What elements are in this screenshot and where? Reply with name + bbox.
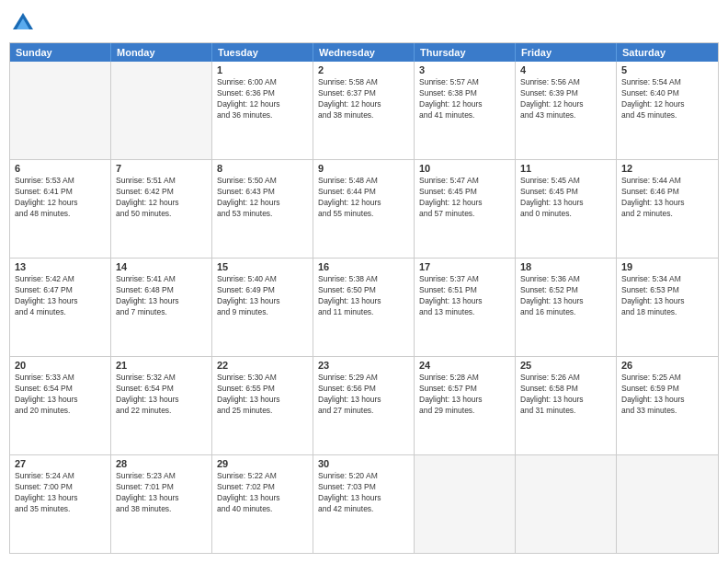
day-cell-25: 25Sunrise: 5:26 AMSunset: 6:58 PMDayligh… <box>516 357 617 454</box>
cell-info-line: Sunset: 6:48 PM <box>116 285 207 296</box>
cell-info-line: and 4 minutes. <box>15 307 106 318</box>
day-cell-9: 9Sunrise: 5:48 AMSunset: 6:44 PMDaylight… <box>313 160 415 258</box>
weekday-header-sunday: Sunday <box>10 43 111 62</box>
day-cell-1: 1Sunrise: 6:00 AMSunset: 6:36 PMDaylight… <box>212 62 313 159</box>
cell-info-line: and 20 minutes. <box>15 406 106 417</box>
day-number: 3 <box>419 64 510 75</box>
cell-info-line: Daylight: 13 hours <box>15 493 106 504</box>
cell-info-line: Daylight: 12 hours <box>419 198 510 209</box>
cell-info-line: Sunset: 6:40 PM <box>621 88 713 99</box>
day-cell-2: 2Sunrise: 5:58 AMSunset: 6:37 PMDaylight… <box>313 62 415 159</box>
day-cell-15: 15Sunrise: 5:40 AMSunset: 6:49 PMDayligh… <box>212 259 313 356</box>
cell-info-line: and 0 minutes. <box>520 209 611 220</box>
cell-info-line: Sunrise: 5:23 AM <box>116 471 207 482</box>
cell-info-line: Sunrise: 5:34 AM <box>621 274 713 285</box>
calendar-body: 1Sunrise: 6:00 AMSunset: 6:36 PMDaylight… <box>10 62 718 553</box>
day-number: 15 <box>217 261 308 272</box>
cell-info-line: Sunrise: 5:22 AM <box>217 471 308 482</box>
day-number: 28 <box>116 458 207 469</box>
cell-info-line: and 16 minutes. <box>520 307 611 318</box>
weekday-header-monday: Monday <box>111 43 212 62</box>
cell-info-line: Daylight: 13 hours <box>217 395 308 406</box>
cell-info-line: Daylight: 13 hours <box>419 395 510 406</box>
cell-info-line: Sunrise: 5:30 AM <box>217 373 308 384</box>
day-number: 5 <box>621 64 713 75</box>
cell-info-line: and 27 minutes. <box>318 406 409 417</box>
cell-info-line: and 2 minutes. <box>621 209 713 220</box>
cell-info-line: Sunset: 6:38 PM <box>419 88 510 99</box>
weekday-header-tuesday: Tuesday <box>212 43 313 62</box>
cell-info-line: Sunrise: 5:50 AM <box>217 176 308 187</box>
cell-info-line: Sunset: 6:50 PM <box>318 285 409 296</box>
day-number: 25 <box>520 360 611 371</box>
day-cell-11: 11Sunrise: 5:45 AMSunset: 6:45 PMDayligh… <box>516 160 617 258</box>
day-cell-27: 27Sunrise: 5:24 AMSunset: 7:00 PMDayligh… <box>10 455 111 553</box>
cell-info-line: Daylight: 13 hours <box>15 395 106 406</box>
day-cell-19: 19Sunrise: 5:34 AMSunset: 6:53 PMDayligh… <box>617 259 718 356</box>
cell-info-line: Sunrise: 5:28 AM <box>419 373 510 384</box>
cell-info-line: Sunrise: 5:25 AM <box>621 373 713 384</box>
day-number: 29 <box>217 458 308 469</box>
day-cell-30: 30Sunrise: 5:20 AMSunset: 7:03 PMDayligh… <box>313 455 415 553</box>
cell-info-line: and 18 minutes. <box>621 307 713 318</box>
cell-info-line: Daylight: 13 hours <box>116 493 207 504</box>
cell-info-line: Sunset: 6:54 PM <box>15 384 106 395</box>
day-number: 12 <box>621 163 713 174</box>
day-number: 21 <box>116 360 207 371</box>
cell-info-line: and 38 minutes. <box>116 504 207 515</box>
cell-info-line: and 45 minutes. <box>621 110 713 121</box>
cell-info-line: Daylight: 13 hours <box>621 395 713 406</box>
cell-info-line: Sunset: 6:43 PM <box>217 187 308 198</box>
calendar-row-3: 13Sunrise: 5:42 AMSunset: 6:47 PMDayligh… <box>10 259 718 357</box>
cell-info-line: Daylight: 13 hours <box>520 395 611 406</box>
cell-info-line: and 31 minutes. <box>520 406 611 417</box>
cell-info-line: Sunrise: 6:00 AM <box>217 77 308 88</box>
cell-info-line: Daylight: 12 hours <box>318 99 409 110</box>
day-cell-13: 13Sunrise: 5:42 AMSunset: 6:47 PMDayligh… <box>10 259 111 356</box>
day-number: 8 <box>217 163 308 174</box>
cell-info-line: Sunset: 6:47 PM <box>15 285 106 296</box>
weekday-header-thursday: Thursday <box>415 43 516 62</box>
cell-info-line: Sunrise: 5:29 AM <box>318 373 409 384</box>
day-cell-3: 3Sunrise: 5:57 AMSunset: 6:38 PMDaylight… <box>415 62 516 159</box>
day-cell-26: 26Sunrise: 5:25 AMSunset: 6:59 PMDayligh… <box>617 357 718 454</box>
weekday-header-friday: Friday <box>516 43 617 62</box>
calendar-row-1: 1Sunrise: 6:00 AMSunset: 6:36 PMDaylight… <box>10 62 718 160</box>
day-cell-28: 28Sunrise: 5:23 AMSunset: 7:01 PMDayligh… <box>111 455 212 553</box>
day-number: 14 <box>116 261 207 272</box>
cell-info-line: Sunset: 6:42 PM <box>116 187 207 198</box>
cell-info-line: Daylight: 13 hours <box>621 296 713 307</box>
cell-info-line: Sunrise: 5:44 AM <box>621 176 713 187</box>
day-cell-23: 23Sunrise: 5:29 AMSunset: 6:56 PMDayligh… <box>313 357 415 454</box>
cell-info-line: Daylight: 13 hours <box>419 296 510 307</box>
day-cell-18: 18Sunrise: 5:36 AMSunset: 6:52 PMDayligh… <box>516 259 617 356</box>
cell-info-line: Sunset: 6:39 PM <box>520 88 611 99</box>
day-cell-24: 24Sunrise: 5:28 AMSunset: 6:57 PMDayligh… <box>415 357 516 454</box>
cell-info-line: Daylight: 13 hours <box>116 395 207 406</box>
cell-info-line: Sunrise: 5:48 AM <box>318 176 409 187</box>
cell-info-line: Sunset: 6:45 PM <box>419 187 510 198</box>
day-number: 24 <box>419 360 510 371</box>
cell-info-line: Sunrise: 5:26 AM <box>520 373 611 384</box>
day-cell-12: 12Sunrise: 5:44 AMSunset: 6:46 PMDayligh… <box>617 160 718 258</box>
cell-info-line: Sunset: 7:01 PM <box>116 482 207 493</box>
day-number: 30 <box>318 458 409 469</box>
cell-info-line: and 22 minutes. <box>116 406 207 417</box>
cell-info-line: Sunrise: 5:33 AM <box>15 373 106 384</box>
cell-info-line: Sunrise: 5:40 AM <box>217 274 308 285</box>
cell-info-line: Sunset: 6:54 PM <box>116 384 207 395</box>
calendar-header: SundayMondayTuesdayWednesdayThursdayFrid… <box>10 43 718 62</box>
day-cell-4: 4Sunrise: 5:56 AMSunset: 6:39 PMDaylight… <box>516 62 617 159</box>
cell-info-line: Sunset: 7:02 PM <box>217 482 308 493</box>
cell-info-line: Daylight: 13 hours <box>15 296 106 307</box>
cell-info-line: and 43 minutes. <box>520 110 611 121</box>
cell-info-line: Sunrise: 5:47 AM <box>419 176 510 187</box>
cell-info-line: Daylight: 13 hours <box>318 395 409 406</box>
cell-info-line: Sunset: 6:36 PM <box>217 88 308 99</box>
cell-info-line: Sunrise: 5:37 AM <box>419 274 510 285</box>
cell-info-line: Sunset: 7:03 PM <box>318 482 409 493</box>
cell-info-line: Sunrise: 5:24 AM <box>15 471 106 482</box>
day-number: 23 <box>318 360 409 371</box>
empty-cell <box>111 62 212 159</box>
day-cell-20: 20Sunrise: 5:33 AMSunset: 6:54 PMDayligh… <box>10 357 111 454</box>
